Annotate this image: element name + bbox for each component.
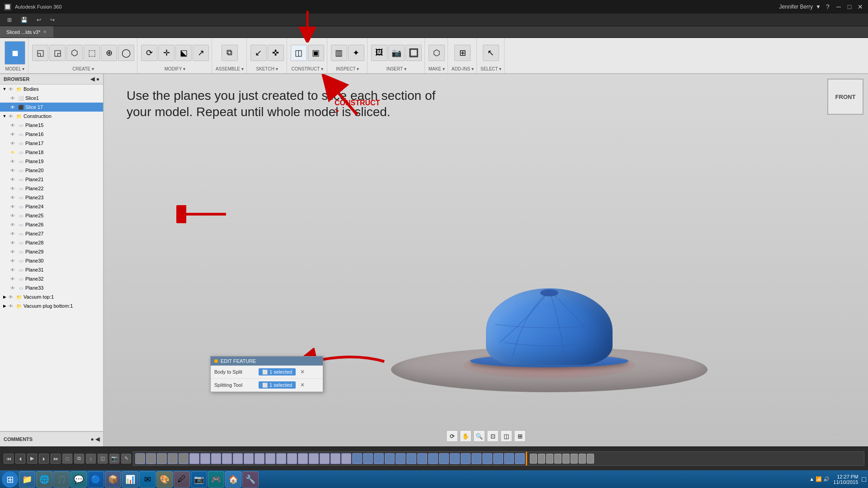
timeline-item-10[interactable]: [233, 453, 243, 464]
timeline-sm-item2[interactable]: [538, 454, 545, 464]
timeline-item-23[interactable]: [374, 453, 384, 464]
timeline-item-32[interactable]: [472, 453, 481, 464]
timeline-step1[interactable]: □: [62, 454, 72, 464]
zoom-btn[interactable]: 🔍: [473, 430, 485, 442]
visibility-icon[interactable]: 👁: [7, 293, 14, 300]
addins-btn1[interactable]: ⊞: [454, 45, 471, 61]
taskbar-photoshop[interactable]: 📷: [191, 471, 207, 488]
modify-label[interactable]: MODIFY ▾: [165, 66, 185, 71]
visibility-icon[interactable]: 👁: [9, 149, 16, 156]
browser-collapse-icon[interactable]: ◀ ●: [90, 76, 99, 82]
modify-btn4[interactable]: ↗: [193, 45, 209, 61]
timeline-step6[interactable]: ✎: [121, 454, 131, 464]
timeline-step2[interactable]: ⧉: [74, 454, 84, 464]
inspect-label[interactable]: INSPECT ▾: [336, 66, 359, 71]
sketch-btn1[interactable]: ↙: [250, 45, 267, 61]
tree-vacuum-top[interactable]: ▶ 👁 📁 Vacuum top:1: [0, 292, 103, 301]
timeline-item-17[interactable]: [309, 453, 319, 464]
insert-btn3[interactable]: 🔲: [406, 45, 422, 61]
visibility-icon[interactable]: 👁: [7, 113, 14, 120]
start-button[interactable]: ⊞: [2, 471, 18, 488]
splitting-tool-value[interactable]: ⬜ 1 selected: [259, 381, 296, 389]
modify-btn1[interactable]: ⟳: [141, 45, 157, 61]
visibility-icon[interactable]: 👁: [9, 122, 16, 129]
timeline-item-27[interactable]: [417, 453, 427, 464]
save-icon[interactable]: 💾: [16, 15, 32, 25]
timeline-item-1[interactable]: [135, 453, 145, 464]
tree-plane27[interactable]: 👁 ▭ Plane27: [0, 229, 103, 238]
visibility-icon[interactable]: 👁: [9, 158, 16, 165]
taskbar-chat[interactable]: 💬: [71, 471, 87, 488]
create-btn3[interactable]: ⬡: [66, 45, 83, 61]
timeline-sm-item4[interactable]: [554, 454, 561, 464]
timeline-step3[interactable]: ↕: [86, 454, 96, 464]
timeline-item-6[interactable]: [189, 453, 199, 464]
tree-plane24[interactable]: 👁 ▭ Plane24: [0, 202, 103, 211]
timeline-sm-item3[interactable]: [546, 454, 553, 464]
visibility-icon[interactable]: 👁: [9, 203, 16, 210]
timeline-play-btn[interactable]: ▶: [27, 454, 37, 464]
tree-plane19[interactable]: 👁 ▭ Plane19: [0, 157, 103, 166]
timeline-item-21[interactable]: [352, 453, 362, 464]
visibility-icon[interactable]: 👁: [7, 85, 14, 93]
assemble-btn1[interactable]: ⧉: [222, 45, 238, 61]
timeline-item-15[interactable]: [287, 453, 297, 464]
grid-icon[interactable]: ⊞: [3, 15, 16, 25]
tree-plane16[interactable]: 👁 ▭ Plane16: [0, 130, 103, 139]
undo-icon[interactable]: ↩: [32, 15, 46, 25]
taskbar-photos[interactable]: 🏠: [225, 471, 241, 488]
tree-plane25[interactable]: 👁 ▭ Plane25: [0, 211, 103, 220]
tree-plane28[interactable]: 👁 ▭ Plane28: [0, 238, 103, 247]
taskbar-music[interactable]: 🎵: [53, 471, 70, 488]
timeline-sm-item7[interactable]: [579, 454, 586, 464]
timeline-item-2[interactable]: [146, 453, 156, 464]
timeline-sm-item1[interactable]: [530, 454, 537, 464]
visibility-icon[interactable]: 👁: [9, 140, 16, 147]
timeline-item-9[interactable]: [222, 453, 232, 464]
model-label[interactable]: MODEL ▾: [5, 66, 25, 71]
timeline-item-7[interactable]: [200, 453, 210, 464]
timeline-item-16[interactable]: [298, 453, 308, 464]
tree-slice1[interactable]: 👁 ⬜ Slice1: [0, 94, 103, 103]
timeline-step4[interactable]: ◫: [98, 454, 108, 464]
timeline-item-3[interactable]: [157, 453, 167, 464]
timeline-item-28[interactable]: [428, 453, 438, 464]
create-btn1[interactable]: ◱: [32, 45, 48, 61]
timeline-item-22[interactable]: [363, 453, 373, 464]
timeline-sm-item8[interactable]: [587, 454, 594, 464]
minimize-btn[interactable]: ─: [835, 3, 843, 11]
timeline-playhead[interactable]: [526, 452, 527, 465]
notification-icon[interactable]: □: [862, 475, 866, 483]
timeline-item-26[interactable]: [406, 453, 416, 464]
tree-plane31[interactable]: 👁 ▭ Plane31: [0, 265, 103, 274]
make-label[interactable]: MAKE ▾: [429, 66, 445, 71]
create-btn6[interactable]: ◯: [118, 45, 134, 61]
tree-plane22[interactable]: 👁 ▭ Plane22: [0, 184, 103, 193]
taskbar-pen[interactable]: 🖊: [174, 471, 190, 488]
timeline-item-18[interactable]: [320, 453, 330, 464]
tree-plane32[interactable]: 👁 ▭ Plane32: [0, 274, 103, 283]
inspect-btn2[interactable]: ✦: [348, 45, 364, 61]
timeline-prev-btn[interactable]: ⏴: [15, 454, 25, 464]
modify-btn3[interactable]: ⬕: [175, 45, 192, 61]
make-btn1[interactable]: ⬡: [429, 45, 445, 61]
model-btn[interactable]: ◼: [5, 41, 25, 65]
visibility-icon[interactable]: 👁: [9, 230, 16, 237]
visibility-icon[interactable]: 👁: [9, 284, 16, 291]
taskbar-mail[interactable]: ✉: [139, 471, 156, 488]
create-label[interactable]: CREATE ▾: [72, 66, 94, 71]
timeline-item-29[interactable]: [439, 453, 449, 464]
select-btn1[interactable]: ↖: [483, 45, 499, 61]
timeline-item-25[interactable]: [396, 453, 406, 464]
taskbar-fusion[interactable]: 🔧: [242, 471, 259, 488]
timeline-start-btn[interactable]: ⏮: [4, 454, 14, 464]
timeline-item-11[interactable]: [244, 453, 254, 464]
taskbar-calc[interactable]: 📊: [122, 471, 138, 488]
pan-btn[interactable]: ✋: [460, 430, 472, 442]
taskbar-illustrator[interactable]: 🎨: [156, 471, 173, 488]
timeline-item-8[interactable]: [211, 453, 221, 464]
grid-btn[interactable]: ⊞: [514, 430, 526, 442]
visibility-icon[interactable]: 👁: [9, 176, 16, 183]
tab-close-icon[interactable]: ✕: [43, 29, 47, 34]
tree-plane29[interactable]: 👁 ▭ Plane29: [0, 247, 103, 256]
